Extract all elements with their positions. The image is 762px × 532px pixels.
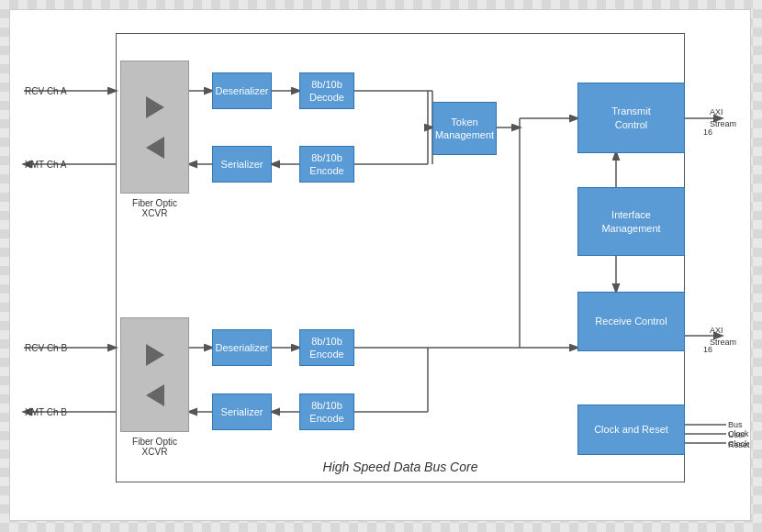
xmt-ch-a-label: XMT Ch A xyxy=(25,160,66,170)
clock-and-reset: Clock and Reset xyxy=(577,405,685,455)
axi-bottom-bit: 16 xyxy=(703,345,712,354)
deserializer-top: Deserializer xyxy=(212,72,272,109)
triangle-right-bottom xyxy=(146,344,164,366)
interface-management: Interface Management xyxy=(577,187,685,256)
fiber-optic-xcvr-bottom xyxy=(120,317,189,432)
axi-stream-top-label: AXI Stream xyxy=(710,106,736,129)
triangle-left-top xyxy=(146,137,164,159)
axi-stream-bottom-label: AXI Stream xyxy=(710,325,736,348)
rcv-ch-a-label: RCV Ch A xyxy=(25,86,67,96)
main-label: High Speed Data Bus Core xyxy=(117,460,684,474)
fiber-optic-bottom-label: Fiber Optic XCVR xyxy=(120,437,189,457)
triangle-left-bottom xyxy=(146,384,164,406)
triangle-right-top xyxy=(146,96,164,118)
rcv-ch-b-label: RCV Ch B xyxy=(25,343,67,353)
serializer-top: Serializer xyxy=(212,146,272,183)
deserializer-bottom: Deserializer xyxy=(212,329,272,366)
xmt-ch-b-label: XMT Ch B xyxy=(25,407,67,417)
encode-8b10b-top: 8b/10b Encode xyxy=(299,146,354,183)
decode-8b10b-top: 8b/10b Decode xyxy=(299,72,354,109)
encode-8b10b-bottom: 8b/10b Encode xyxy=(299,393,354,430)
serializer-bottom: Serializer xyxy=(212,393,272,430)
diagram-container: High Speed Data Bus Core RCV Ch A XMT Ch… xyxy=(9,9,751,521)
decode-8b10b-bottom: 8b/10b Encode xyxy=(299,329,354,366)
token-management: Token Management xyxy=(432,102,497,155)
receive-control: Receive Control xyxy=(577,292,685,351)
transmit-control: Transmit Control xyxy=(577,83,685,153)
fiber-optic-top-label: Fiber Optic XCVR xyxy=(120,198,189,218)
fiber-optic-xcvr-top xyxy=(120,61,189,194)
axi-top-bit: 16 xyxy=(703,127,712,137)
reset-label: Reset xyxy=(728,440,750,449)
